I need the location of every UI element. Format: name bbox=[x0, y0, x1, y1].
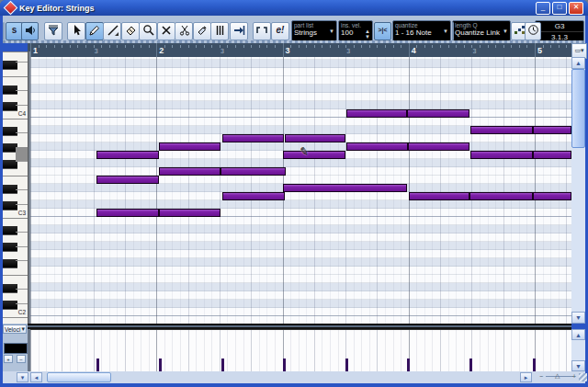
zoom-plus-icon[interactable]: + bbox=[572, 373, 576, 380]
black-key-gs2[interactable] bbox=[3, 243, 17, 252]
length-quantize-panel[interactable]: length Q Quantize Link▼ bbox=[452, 20, 511, 41]
note-grid[interactable]: ✎ bbox=[30, 57, 571, 324]
zoom-out-button[interactable]: − bbox=[17, 355, 26, 363]
midi-note-a3[interactable] bbox=[285, 134, 345, 142]
midi-note-gs3[interactable] bbox=[346, 142, 408, 151]
black-key-as2[interactable] bbox=[3, 226, 17, 235]
draw-icon bbox=[86, 24, 103, 37]
ruler-tick bbox=[322, 45, 322, 48]
midi-note-c3[interactable] bbox=[96, 209, 159, 217]
grid-line bbox=[77, 57, 78, 324]
midi-note-c4[interactable] bbox=[407, 109, 469, 118]
scroll-right-button[interactable]: ▸ bbox=[520, 372, 532, 382]
lane-scrollbar[interactable]: ▲ ▼ bbox=[571, 329, 585, 371]
line-tool-button[interactable] bbox=[103, 22, 121, 40]
black-key-as3[interactable] bbox=[3, 127, 17, 136]
velocity-lane[interactable] bbox=[30, 329, 571, 372]
velocity-bar[interactable] bbox=[345, 359, 348, 371]
filter-view-button[interactable] bbox=[44, 22, 62, 40]
show-part-borders-button[interactable] bbox=[253, 22, 271, 40]
autoscroll-button[interactable] bbox=[230, 22, 248, 40]
scroll-left-button[interactable]: ◂ bbox=[30, 372, 42, 382]
midi-note-e3[interactable] bbox=[96, 176, 159, 184]
snap-button[interactable]: >|< bbox=[374, 22, 391, 40]
vertical-scrollbar[interactable]: ▲ ▼ bbox=[571, 57, 585, 324]
midi-note-c3[interactable] bbox=[159, 209, 220, 217]
split-tool-button[interactable] bbox=[175, 22, 193, 40]
glue-tool-button[interactable] bbox=[193, 22, 211, 40]
midi-note-g3[interactable] bbox=[470, 151, 533, 159]
scroll-down-button[interactable]: ▼ bbox=[571, 312, 585, 324]
zoom-slider-handle[interactable]: △ bbox=[555, 372, 560, 380]
velocity-bar[interactable] bbox=[407, 359, 410, 371]
midi-note-as3[interactable] bbox=[533, 126, 571, 134]
lane-scroll-down-button[interactable]: ▼ bbox=[571, 360, 585, 371]
quantize-panel[interactable]: quantize 1 - 16 Note▼ bbox=[392, 20, 451, 41]
velocity-bar[interactable] bbox=[159, 359, 162, 371]
controller-lane-selector[interactable]: Veloci ▼ bbox=[3, 324, 27, 334]
timeline-ruler[interactable]: 132333435 bbox=[28, 43, 571, 58]
minimize-button[interactable]: _ bbox=[536, 2, 550, 15]
zoom-minus-icon[interactable]: − bbox=[539, 373, 543, 380]
midi-note-d3[interactable] bbox=[222, 192, 285, 200]
v[interactable] bbox=[3, 22, 5, 40]
lane-presets-button[interactable]: ▾ bbox=[17, 372, 28, 382]
midi-input-button[interactable] bbox=[525, 22, 541, 40]
chevron-down-icon[interactable]: ▼ bbox=[503, 28, 508, 37]
zoom-tool-button[interactable] bbox=[139, 22, 157, 40]
t[interactable] bbox=[452, 22, 454, 40]
velocity-bar[interactable] bbox=[221, 359, 224, 371]
midi-note-gs3[interactable] bbox=[159, 142, 220, 151]
midi-note-c4[interactable] bbox=[346, 109, 407, 118]
velocity-bar[interactable] bbox=[96, 359, 99, 371]
midi-note-d3[interactable] bbox=[533, 192, 571, 200]
draw-tool-button[interactable] bbox=[85, 22, 104, 40]
part-list-panel[interactable]: part list Strings▼ bbox=[291, 20, 337, 41]
velocity-bar[interactable] bbox=[533, 359, 536, 371]
part-borders-tool-button[interactable] bbox=[210, 22, 229, 40]
midi-note-as3[interactable] bbox=[470, 126, 533, 134]
midi-note-d3[interactable] bbox=[469, 192, 533, 200]
insert-velocity-panel[interactable]: ins. vel. 100▲▼ bbox=[338, 20, 373, 41]
grid-row-c2 bbox=[30, 308, 571, 316]
select-tool-button[interactable] bbox=[67, 22, 85, 40]
ruler-tick bbox=[251, 45, 252, 48]
ruler-tick bbox=[141, 45, 141, 48]
horizontal-zoom-slider[interactable]: − △ + bbox=[539, 372, 580, 382]
piano-keyboard[interactable]: C4C3C2 bbox=[3, 51, 28, 324]
eraser-tool-button[interactable] bbox=[121, 22, 140, 40]
scroll-up-button[interactable]: ▲ bbox=[571, 57, 585, 69]
midi-note-f3[interactable] bbox=[159, 167, 220, 176]
midi-note-d3[interactable] bbox=[409, 192, 469, 200]
title-bar[interactable]: Key Editor: Strings _ □ ✕ bbox=[0, 0, 588, 16]
midi-note-f3[interactable] bbox=[220, 167, 286, 176]
midi-note-g3[interactable] bbox=[96, 151, 159, 159]
horizontal-scrollbar[interactable]: ▾ ◂ ▸ − △ + bbox=[3, 371, 585, 383]
midi-note-a3[interactable] bbox=[222, 134, 284, 142]
lane-grid-line bbox=[164, 330, 165, 372]
ruler-tick bbox=[503, 45, 504, 48]
midi-note-ds3[interactable] bbox=[283, 184, 407, 192]
grid-row-a2 bbox=[30, 233, 571, 242]
vertical-scrollbar-thumb[interactable] bbox=[571, 69, 585, 148]
mute-tool-button[interactable] bbox=[157, 22, 175, 40]
edit-active-part-button[interactable]: e! bbox=[271, 22, 289, 40]
resize-grip[interactable] bbox=[579, 373, 587, 381]
midi-note-gs3[interactable] bbox=[408, 142, 469, 151]
close-button[interactable]: ✕ bbox=[569, 2, 583, 15]
zoom-in-button[interactable]: + bbox=[4, 355, 13, 363]
chevron-down-icon[interactable]: ▼ bbox=[443, 28, 448, 37]
lane-grid-line bbox=[464, 330, 465, 372]
maximize-button[interactable]: □ bbox=[552, 2, 567, 15]
midi-note-g3[interactable] bbox=[533, 151, 571, 159]
lane-grid-line bbox=[369, 330, 370, 372]
acoustic-feedback-button[interactable] bbox=[21, 22, 39, 40]
midi-note-g3[interactable] bbox=[283, 151, 345, 159]
horizontal-scrollbar-thumb[interactable] bbox=[47, 372, 111, 382]
chevron-down-icon[interactable]: ▼ bbox=[329, 28, 334, 37]
lane-scroll-up-button[interactable]: ▲ bbox=[571, 329, 585, 340]
lane-grid-line bbox=[251, 330, 252, 372]
spinner-icon[interactable]: ▲▼ bbox=[365, 28, 370, 40]
velocity-bar[interactable] bbox=[283, 359, 286, 371]
velocity-bar[interactable] bbox=[469, 359, 472, 371]
